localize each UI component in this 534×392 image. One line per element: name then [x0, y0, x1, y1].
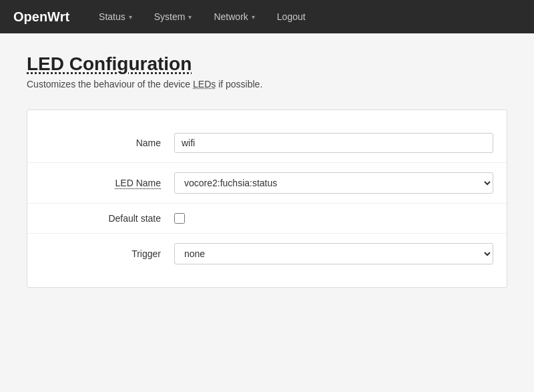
led-text: LEDs — [193, 79, 216, 89]
label-trigger: Trigger — [41, 248, 174, 259]
form-container: Name LED Name vocore2:fuchsia:status Def… — [27, 110, 507, 288]
navbar: OpenWrt Status ▾ System ▾ Network ▾ Logo… — [0, 0, 534, 33]
label-led-name: LED Name — [41, 178, 174, 188]
nav-system-label: System — [154, 11, 186, 22]
label-default-state: Default state — [41, 213, 174, 224]
nav-item-logout[interactable]: Logout — [268, 6, 315, 27]
nav-network-caret: ▾ — [252, 13, 255, 21]
navbar-brand[interactable]: OpenWrt — [13, 9, 69, 25]
nav-network-label: Network — [214, 11, 248, 22]
form-row-name: Name — [27, 124, 507, 163]
nav-status-label: Status — [99, 11, 125, 22]
form-row-led-name: LED Name vocore2:fuchsia:status — [27, 163, 507, 204]
select-trigger[interactable]: none — [174, 243, 493, 264]
nav-items: Status ▾ System ▾ Network ▾ Logout — [89, 6, 315, 27]
nav-status-caret: ▾ — [129, 13, 132, 21]
nav-logout-label: Logout — [277, 11, 306, 22]
input-name[interactable] — [174, 133, 493, 153]
page-subtitle: Customizes the behaviour of the device L… — [27, 79, 507, 89]
label-name: Name — [41, 138, 174, 148]
nav-item-system[interactable]: System ▾ — [145, 6, 202, 27]
page-title: LED Configuration — [27, 53, 507, 75]
nav-item-status[interactable]: Status ▾ — [89, 6, 142, 27]
nav-item-network[interactable]: Network ▾ — [204, 6, 264, 27]
nav-system-caret: ▾ — [188, 13, 192, 21]
select-led-name[interactable]: vocore2:fuchsia:status — [174, 172, 493, 194]
main-content: LED Configuration Customizes the behavio… — [0, 33, 534, 308]
form-row-trigger: Trigger none — [27, 234, 507, 274]
checkbox-default-state[interactable] — [174, 213, 185, 224]
form-row-default-state: Default state — [27, 204, 507, 234]
